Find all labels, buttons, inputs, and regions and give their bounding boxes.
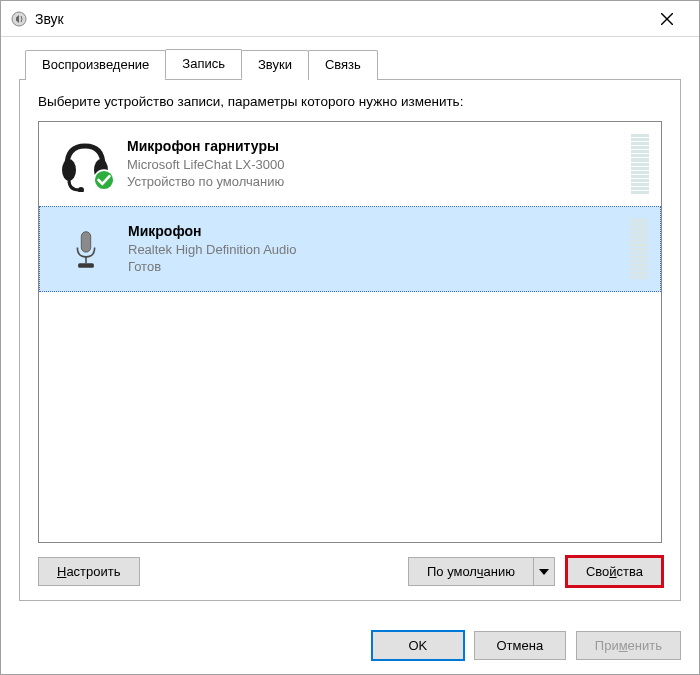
sound-icon [11,11,27,27]
svg-point-6 [94,170,114,190]
svg-point-3 [62,159,76,181]
sound-dialog: Звук Воспроизведение Запись Звуки Связь … [0,0,700,675]
tab-strip: Воспроизведение Запись Звуки Связь [19,49,681,79]
level-meter [631,134,649,194]
ok-button[interactable]: OK [372,631,464,660]
svg-rect-10 [78,263,94,268]
device-vendor: Microsoft LifeChat LX-3000 [127,156,621,174]
device-vendor: Realtek High Definition Audio [128,241,620,259]
device-status: Устройство по умолчанию [127,173,621,191]
cancel-button[interactable]: Отмена [474,631,566,660]
device-status: Готов [128,258,620,276]
microphone-icon [58,221,114,277]
device-name: Микрофон [128,222,620,241]
window-title: Звук [35,11,64,27]
apply-button[interactable]: Применить [576,631,681,660]
device-row[interactable]: Микрофон Realtek High Definition Audio Г… [39,206,661,292]
headset-icon [57,136,113,192]
level-meter [630,219,648,279]
dialog-buttons: OK Отмена Применить [1,617,699,674]
recording-device-list[interactable]: Микрофон гарнитуры Microsoft LifeChat LX… [38,121,662,543]
tab-playback[interactable]: Воспроизведение [25,50,166,80]
set-default-dropdown[interactable] [533,557,555,586]
close-button[interactable] [644,4,689,34]
set-default-split: По умолчанию [408,557,555,586]
panel-buttons: Настроить По умолчанию Свойства [38,557,662,586]
svg-point-5 [78,187,84,192]
properties-button[interactable]: Свойства [567,557,662,586]
configure-button[interactable]: Настроить [38,557,140,586]
device-info: Микрофон Realtek High Definition Audio Г… [128,222,620,276]
tab-recording[interactable]: Запись [165,49,242,79]
device-info: Микрофон гарнитуры Microsoft LifeChat LX… [127,137,621,191]
tab-sounds[interactable]: Звуки [241,50,309,80]
content: Воспроизведение Запись Звуки Связь Выбер… [1,37,699,617]
tab-communications[interactable]: Связь [308,50,378,80]
svg-rect-7 [81,232,90,252]
titlebar: Звук [1,1,699,37]
device-row[interactable]: Микрофон гарнитуры Microsoft LifeChat LX… [39,122,661,206]
set-default-button[interactable]: По умолчанию [408,557,533,586]
instruction-text: Выберите устройство записи, параметры ко… [38,94,662,109]
tab-panel-recording: Выберите устройство записи, параметры ко… [19,79,681,601]
default-check-icon [93,169,115,194]
device-name: Микрофон гарнитуры [127,137,621,156]
